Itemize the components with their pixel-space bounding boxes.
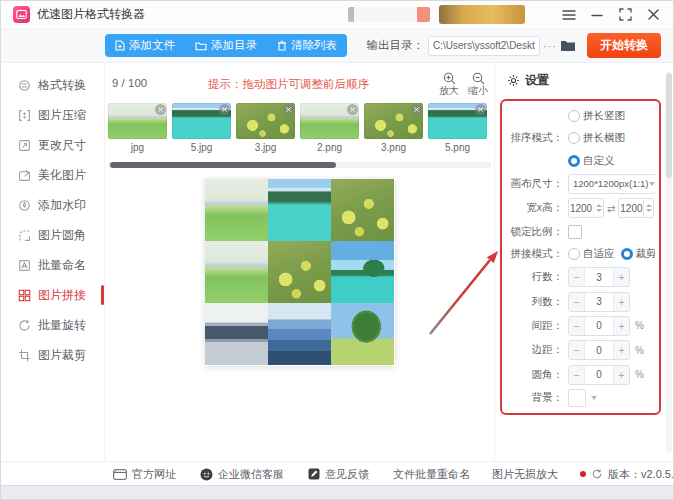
sidebar-item-beautify[interactable]: 美化图片 (1, 160, 104, 190)
decrement-button[interactable]: − (569, 366, 584, 384)
background-color-swatch[interactable] (568, 389, 586, 407)
version-label: 版本：v2.0.5.0 (608, 467, 674, 482)
sidebar-item-stitch[interactable]: 图片拼接 (1, 280, 104, 310)
browse-more-button[interactable]: ··· (543, 40, 557, 52)
gear-icon (507, 74, 520, 87)
sort-option-vertical[interactable]: 拼长竖图 (568, 109, 625, 123)
thumbnail-item[interactable]: jpg (108, 103, 167, 153)
wechat-support-link[interactable]: 企业微信客服 (200, 467, 284, 482)
close-icon[interactable] (645, 7, 661, 23)
stitch-mode-label: 拼接模式： (506, 247, 563, 261)
rows-label: 行数： (506, 270, 563, 284)
remove-thumbnail-icon[interactable] (219, 104, 230, 115)
sidebar-item-watermark[interactable]: 添加水印 (1, 190, 104, 220)
height-spinner[interactable]: 1200 (618, 198, 654, 218)
thumbnail-image (108, 103, 167, 139)
output-dir-input[interactable] (428, 36, 540, 56)
sidebar-item-label: 图片裁剪 (38, 347, 86, 364)
vertical-scrollbar-thumb[interactable] (666, 73, 672, 178)
add-files-label: 添加文件 (129, 38, 175, 53)
thumbnail-item[interactable]: 3.png (364, 103, 423, 153)
preview-cell (205, 303, 268, 365)
open-folder-icon[interactable] (560, 39, 576, 52)
start-convert-button[interactable]: 开始转换 (587, 33, 661, 58)
thumbnail-item[interactable]: 5.png (428, 103, 487, 153)
remove-thumbnail-icon[interactable] (283, 104, 294, 115)
sidebar-item-resize[interactable]: 更改尺寸 (1, 130, 104, 160)
thumbnail-item[interactable]: 3.jpg (236, 103, 295, 153)
sidebar-item-round-corner[interactable]: 图片圆角 (1, 220, 104, 250)
thumbnail-image (236, 103, 295, 139)
margin-label: 边距： (506, 343, 563, 357)
remove-thumbnail-icon[interactable] (411, 104, 422, 115)
sidebar-item-crop[interactable]: 图片裁剪 (1, 340, 104, 370)
feedback-link[interactable]: 意见反馈 (308, 467, 369, 482)
thumbnail-item[interactable]: 5.jpg (172, 103, 231, 153)
decrement-button[interactable]: − (569, 317, 584, 335)
chevron-down-icon[interactable] (591, 396, 597, 400)
increment-button[interactable]: + (614, 293, 629, 311)
spinner-arrows-icon[interactable] (593, 199, 603, 217)
decrement-button[interactable]: − (569, 341, 584, 359)
rows-stepper: − 3 + (568, 267, 630, 287)
lossless-upscale-link[interactable]: 图片无损放大 (492, 467, 558, 482)
remove-thumbnail-icon[interactable] (347, 104, 358, 115)
batch-file-rename-link[interactable]: 文件批量重命名 (393, 467, 470, 482)
cols-stepper: − 3 + (568, 292, 630, 312)
width-spinner[interactable]: 1200 (568, 198, 604, 218)
horizontal-scrollbar[interactable] (108, 162, 491, 168)
file-actions-group: 添加文件 添加目录 清除列表 (105, 34, 347, 57)
thumbnail-filename: 3.png (364, 142, 423, 153)
increment-button[interactable]: + (614, 317, 629, 335)
sort-option-custom[interactable]: 自定义 (568, 154, 615, 168)
thumbnail-filename: jpg (108, 142, 167, 153)
refresh-icon[interactable] (591, 468, 603, 480)
filmstrip-header: 9 / 100 提示：拖动图片可调整前后顺序 放大 缩小 (105, 63, 494, 100)
decrement-button[interactable]: − (569, 293, 584, 311)
radio-icon (568, 110, 580, 122)
thumbnail-image (172, 103, 231, 139)
remove-thumbnail-icon[interactable] (155, 104, 166, 115)
stitch-option-adaptive[interactable]: 自适应 (568, 247, 615, 261)
thumbnail-item[interactable]: 2.png (300, 103, 359, 153)
increment-button[interactable]: + (614, 341, 629, 359)
decrement-button[interactable]: − (569, 268, 584, 286)
zoom-out-button[interactable]: 缩小 (468, 72, 488, 98)
trash-icon (277, 40, 287, 51)
maximize-icon[interactable] (617, 7, 633, 23)
sidebar-item-label: 图片圆角 (38, 227, 86, 244)
main-area: 9 / 100 提示：拖动图片可调整前后顺序 放大 缩小 jpg (105, 63, 494, 461)
horizontal-scrollbar-thumb[interactable] (110, 162, 336, 168)
cols-label: 列数： (506, 295, 563, 309)
sidebar-item-label: 图片拼接 (38, 287, 86, 304)
sidebar-item-batch-rename[interactable]: 批量命名 (1, 250, 104, 280)
add-folder-button[interactable]: 添加目录 (185, 34, 267, 57)
menu-icon[interactable] (561, 7, 577, 23)
preview-cell (205, 241, 268, 303)
spinner-arrows-icon[interactable] (643, 199, 653, 217)
stitch-option-crop[interactable]: 裁剪 (621, 247, 656, 261)
remove-thumbnail-icon[interactable] (475, 104, 486, 115)
increment-button[interactable]: + (614, 366, 629, 384)
canvas-size-select[interactable]: 1200*1200px(1:1) (568, 174, 655, 194)
version-status: 版本：v2.0.5.0 (580, 467, 674, 482)
official-site-link[interactable]: 官方网址 (113, 467, 176, 482)
vertical-scrollbar[interactable] (666, 71, 672, 453)
sidebar-item-format-convert[interactable]: 格式转换 (1, 70, 104, 100)
stitch-preview-grid (205, 179, 395, 366)
website-icon (113, 469, 127, 480)
thumbnail-image (428, 103, 487, 139)
sort-option-horizontal[interactable]: 拼长横图 (568, 131, 625, 145)
add-files-button[interactable]: 添加文件 (105, 34, 185, 57)
preview-cell (268, 179, 331, 241)
lock-ratio-checkbox[interactable] (568, 225, 582, 239)
lock-ratio-label: 锁定比例： (506, 225, 563, 239)
promo-banner-small[interactable] (348, 7, 430, 22)
sidebar-item-compress[interactable]: 图片压缩 (1, 100, 104, 130)
increment-button[interactable]: + (614, 268, 629, 286)
sidebar-item-batch-rotate[interactable]: 批量旋转 (1, 310, 104, 340)
minimize-icon[interactable] (589, 7, 605, 23)
promo-banner-vip[interactable] (439, 5, 525, 24)
clear-list-button[interactable]: 清除列表 (267, 34, 347, 57)
zoom-in-button[interactable]: 放大 (439, 72, 459, 98)
